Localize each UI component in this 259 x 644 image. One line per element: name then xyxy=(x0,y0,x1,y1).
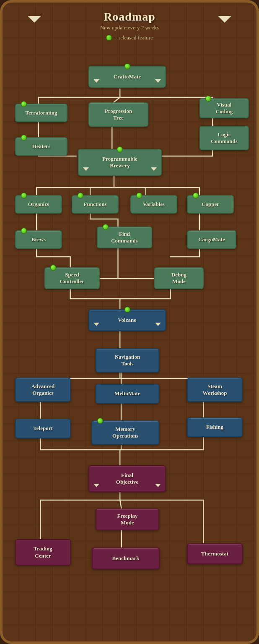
node-trading-center[interactable]: TradingCenter xyxy=(15,539,71,566)
node-memory-operations[interactable]: MemoryOperations xyxy=(91,420,159,445)
roadmap-header: Roadmap New update every 2 weeks xyxy=(7,10,252,31)
svg-marker-74 xyxy=(155,323,161,326)
navigation-tools-label: NavigationTools xyxy=(115,354,140,368)
node-freeplay-mode[interactable]: FreeplayMode xyxy=(96,508,159,530)
node-meltomate[interactable]: MeltoMate xyxy=(96,384,159,404)
svg-marker-73 xyxy=(93,323,99,326)
svg-marker-70 xyxy=(155,79,161,83)
final-objective-label: FinalObjective xyxy=(116,472,138,486)
node-find-commands[interactable]: FindCommands xyxy=(97,227,152,248)
node-volcano[interactable]: Volcano xyxy=(88,309,166,331)
programmable-brewery-label: ProgrammableBrewery xyxy=(102,156,137,169)
craftomate-label: CraftoMate xyxy=(114,73,141,80)
node-craftomate[interactable]: CraftoMate xyxy=(88,66,166,88)
node-functions[interactable]: Functions xyxy=(72,195,119,214)
node-teleport[interactable]: Teleport xyxy=(15,419,71,438)
node-heaters[interactable]: Heaters xyxy=(15,137,67,156)
svg-marker-0 xyxy=(28,16,41,23)
svg-marker-71 xyxy=(83,167,89,171)
teleport-label: Teleport xyxy=(33,425,52,432)
copper-label: Copper xyxy=(202,201,219,208)
progression-tree-label: ProgressionTree xyxy=(105,108,132,122)
functions-label: Functions xyxy=(84,201,107,208)
speed-controller-label: SpeedController xyxy=(60,271,84,285)
freeplay-mode-label: FreeplayMode xyxy=(117,513,138,527)
memory-operations-label: MemoryOperations xyxy=(112,426,138,440)
svg-marker-76 xyxy=(155,484,161,487)
node-terraforming[interactable]: Terraforming xyxy=(15,104,67,122)
logic-commands-label: LogicCommands xyxy=(211,131,238,145)
node-thermostat[interactable]: Thermostat xyxy=(187,543,243,564)
legend-text: - released feature xyxy=(115,34,153,41)
node-cargomate[interactable]: CargoMate xyxy=(187,230,236,249)
node-variables[interactable]: Variables xyxy=(130,195,177,214)
node-brews[interactable]: Brews xyxy=(15,230,62,249)
node-progression-tree[interactable]: ProgressionTree xyxy=(88,102,148,127)
node-copper[interactable]: Copper xyxy=(187,195,234,214)
steam-workshop-label: SteamWorkshop xyxy=(203,383,227,397)
roadmap-container: Roadmap New update every 2 weeks - relea… xyxy=(0,0,259,644)
node-final-objective[interactable]: FinalObjective xyxy=(88,465,166,492)
trading-center-label: TradingCenter xyxy=(34,545,52,559)
node-organics[interactable]: Organics xyxy=(15,195,62,214)
page-subtitle: New update every 2 weeks xyxy=(7,24,252,31)
find-commands-label: FindCommands xyxy=(111,231,138,245)
node-advanced-organics[interactable]: AdvancedOrganics xyxy=(15,378,71,402)
page-title: Roadmap xyxy=(7,10,252,23)
advanced-organics-label: AdvancedOrganics xyxy=(31,383,55,397)
thermostat-label: Thermostat xyxy=(201,550,228,557)
node-debug-mode[interactable]: DebugMode xyxy=(154,267,204,289)
corner-arrow-right xyxy=(218,15,231,23)
svg-line-65 xyxy=(120,500,122,509)
benchmark-label: Benchmark xyxy=(112,555,140,562)
node-logic-commands[interactable]: LogicCommands xyxy=(199,126,249,150)
volcano-label: Volcano xyxy=(118,317,136,323)
svg-marker-72 xyxy=(151,167,157,171)
svg-marker-69 xyxy=(93,79,99,83)
diagram: CraftoMate Terraforming ProgressionTree … xyxy=(7,43,252,584)
node-steam-workshop[interactable]: SteamWorkshop xyxy=(187,378,243,402)
terraforming-label: Terraforming xyxy=(25,110,57,116)
organics-label: Organics xyxy=(28,201,49,208)
node-navigation-tools[interactable]: NavigationTools xyxy=(96,348,159,373)
brews-label: Brews xyxy=(31,236,46,243)
meltomate-label: MeltoMate xyxy=(114,390,140,397)
legend: - released feature xyxy=(7,34,252,41)
svg-marker-1 xyxy=(218,16,231,23)
legend-dot xyxy=(106,35,112,41)
cargomate-label: CargoMate xyxy=(198,236,225,243)
fishing-label: Fishing xyxy=(206,424,223,430)
heaters-label: Heaters xyxy=(32,143,50,150)
debug-mode-label: DebugMode xyxy=(171,271,186,285)
variables-label: Variables xyxy=(143,201,165,208)
visual-coding-label: VisualCoding xyxy=(216,102,233,115)
node-fishing[interactable]: Fishing xyxy=(187,417,243,437)
node-programmable-brewery[interactable]: ProgrammableBrewery xyxy=(78,149,162,176)
node-speed-controller[interactable]: SpeedController xyxy=(44,267,100,289)
node-benchmark[interactable]: Benchmark xyxy=(92,548,160,569)
corner-arrow-left xyxy=(28,15,41,23)
svg-marker-75 xyxy=(93,484,99,487)
node-visual-coding[interactable]: VisualCoding xyxy=(199,98,249,118)
